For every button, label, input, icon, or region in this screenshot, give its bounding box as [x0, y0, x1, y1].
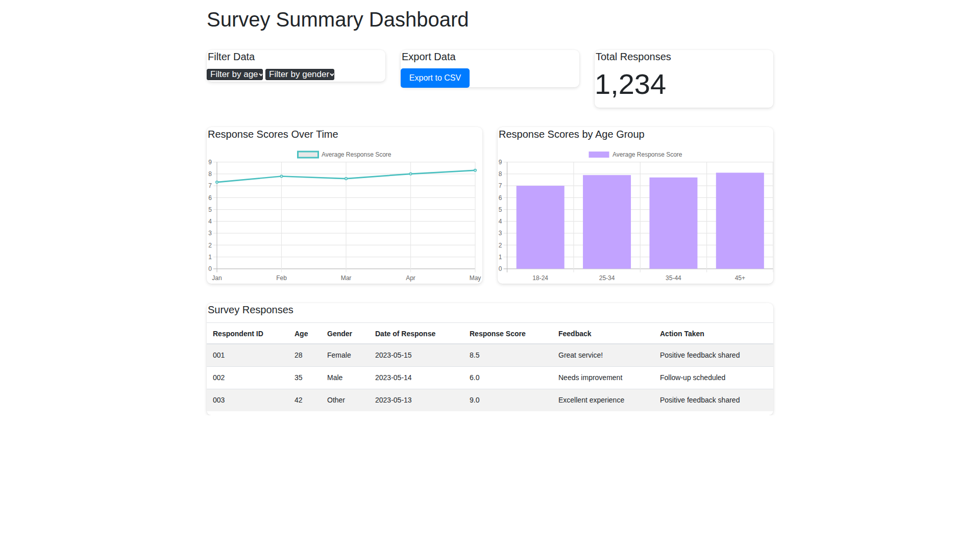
svg-text:Average Response Score: Average Response Score: [612, 151, 682, 158]
svg-text:6: 6: [208, 194, 212, 202]
svg-text:5: 5: [208, 206, 212, 213]
svg-text:2: 2: [208, 242, 212, 249]
svg-text:25-34: 25-34: [599, 274, 615, 282]
svg-text:May: May: [470, 274, 481, 282]
svg-text:7: 7: [208, 182, 212, 189]
svg-text:3: 3: [208, 230, 212, 237]
svg-text:8: 8: [499, 170, 502, 178]
svg-text:Average Response Score: Average Response Score: [322, 151, 391, 158]
svg-text:0: 0: [499, 265, 502, 272]
svg-text:9: 9: [499, 159, 502, 166]
svg-text:1: 1: [208, 254, 212, 261]
svg-text:Apr: Apr: [406, 274, 415, 282]
svg-text:4: 4: [208, 218, 212, 225]
svg-text:2: 2: [499, 242, 502, 249]
svg-text:3: 3: [499, 230, 502, 237]
svg-text:8: 8: [208, 170, 212, 178]
svg-text:1: 1: [499, 254, 502, 261]
svg-text:7: 7: [499, 182, 502, 189]
svg-text:35-44: 35-44: [666, 274, 681, 282]
svg-text:Jan: Jan: [212, 274, 222, 282]
svg-text:Feb: Feb: [276, 274, 287, 282]
svg-text:45+: 45+: [735, 274, 745, 282]
svg-text:5: 5: [499, 206, 502, 213]
svg-text:4: 4: [499, 218, 502, 225]
svg-text:6: 6: [499, 194, 502, 202]
svg-text:18-24: 18-24: [532, 274, 548, 282]
svg-text:0: 0: [208, 265, 212, 272]
svg-text:Mar: Mar: [341, 274, 352, 282]
svg-text:9: 9: [208, 159, 212, 166]
